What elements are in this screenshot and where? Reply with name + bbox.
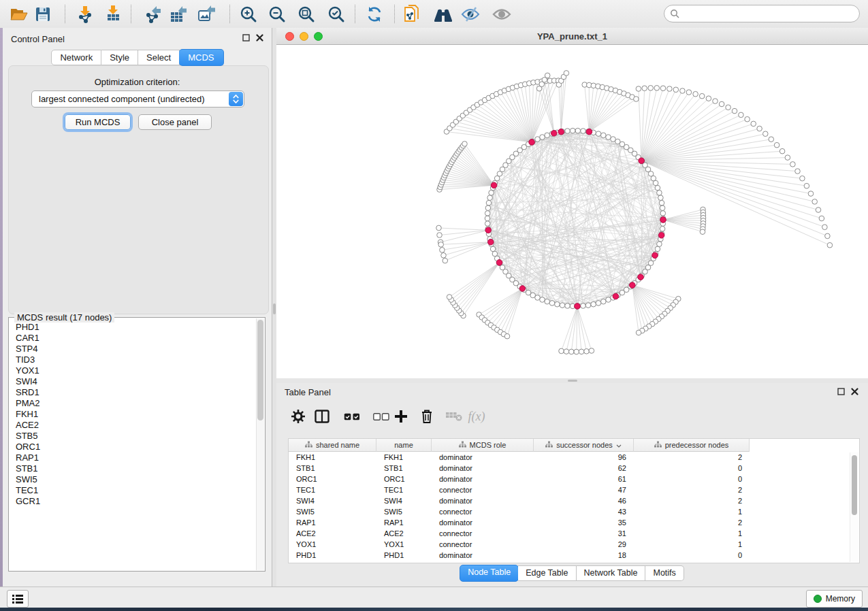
- table-row[interactable]: ACE2ACE2connector311: [289, 528, 859, 539]
- table-row[interactable]: PHD1PHD1dominator180: [289, 550, 859, 561]
- table-row[interactable]: ORC1ORC1dominator610: [289, 474, 859, 484]
- list-item[interactable]: RAP1: [10, 452, 256, 463]
- binoculars-icon[interactable]: [433, 4, 453, 24]
- delete-table-icon[interactable]: [444, 406, 464, 427]
- network-window-title: YPA_prune.txt_1: [276, 31, 868, 42]
- list-item[interactable]: SRD1: [10, 387, 256, 398]
- export-network-icon[interactable]: [143, 4, 163, 24]
- splitter-handle[interactable]: [568, 380, 577, 382]
- table-row[interactable]: RAP1RAP1dominator352: [289, 517, 859, 528]
- duplicate-network-icon[interactable]: [402, 4, 422, 24]
- horizontal-splitter[interactable]: [276, 378, 868, 383]
- list-item[interactable]: ORC1: [10, 442, 256, 452]
- list-icon: [12, 595, 23, 604]
- deselect-all-icon[interactable]: [371, 406, 391, 427]
- search-field: [664, 5, 860, 22]
- delete-column-icon[interactable]: [417, 406, 437, 427]
- save-session-icon[interactable]: [33, 4, 53, 24]
- splitter-handle[interactable]: [273, 303, 276, 314]
- list-item[interactable]: PMA2: [10, 398, 256, 409]
- show-graphics-icon[interactable]: [492, 4, 512, 24]
- list-item[interactable]: PHD1: [10, 322, 256, 333]
- hierarchy-icon: [459, 441, 466, 450]
- table-row[interactable]: TEC1TEC1connector472: [289, 484, 859, 495]
- tab-style[interactable]: Style: [101, 50, 138, 65]
- desktop-wallpaper-strip: [0, 608, 868, 611]
- search-icon: [670, 9, 679, 18]
- export-image-icon[interactable]: [196, 4, 216, 24]
- zoom-selected-icon[interactable]: [326, 4, 347, 24]
- network-graph[interactable]: [276, 45, 868, 378]
- show-panels-button[interactable]: [7, 590, 29, 608]
- table-toolbar: f(x): [276, 403, 868, 431]
- list-item[interactable]: GCR1: [10, 496, 256, 507]
- list-item[interactable]: STP4: [10, 344, 256, 354]
- add-column-icon[interactable]: [391, 406, 411, 427]
- optimization-criterion-select[interactable]: largest connected component (undirected): [31, 90, 244, 108]
- import-network-icon[interactable]: [75, 4, 95, 24]
- list-item[interactable]: YOX1: [10, 365, 256, 376]
- open-session-icon[interactable]: [9, 4, 29, 24]
- column-header-predecessor-nodes[interactable]: predecessor nodes: [634, 439, 750, 452]
- list-item[interactable]: TEC1: [10, 485, 256, 496]
- list-item[interactable]: CAR1: [10, 333, 256, 344]
- table-body: FKH1FKH1dominator962STB1STB1dominator620…: [289, 452, 859, 561]
- zoom-in-icon[interactable]: [238, 4, 259, 24]
- column-header-successor-nodes[interactable]: successor nodes: [534, 439, 634, 452]
- mcds-result-group: MCDS result (17 nodes) PHD1CAR1STP4TID3Y…: [8, 317, 266, 572]
- column-header-MCDS-role[interactable]: MCDS role: [432, 439, 534, 452]
- hide-graphics-icon[interactable]: [460, 4, 481, 24]
- network-canvas[interactable]: [276, 45, 868, 378]
- table-row[interactable]: FKH1FKH1dominator962: [289, 452, 859, 463]
- table-row[interactable]: YOX1YOX1connector291: [289, 539, 859, 550]
- tab-network[interactable]: Network: [51, 50, 101, 65]
- tab-edge-table[interactable]: Edge Table: [518, 565, 576, 581]
- list-item[interactable]: FKH1: [10, 409, 256, 420]
- float-panel-icon[interactable]: [837, 388, 845, 395]
- float-panel-icon[interactable]: [242, 34, 250, 42]
- tab-select[interactable]: Select: [138, 50, 180, 65]
- refresh-layout-icon[interactable]: [364, 4, 385, 24]
- split-columns-icon[interactable]: [312, 406, 332, 427]
- network-window: YPA_prune.txt_1: [276, 28, 868, 378]
- list-item[interactable]: ACE2: [10, 420, 256, 431]
- table-row[interactable]: SWI4SWI4dominator462: [289, 495, 859, 506]
- list-item[interactable]: STB5: [10, 431, 256, 442]
- table-scrollbar[interactable]: [850, 452, 858, 562]
- tab-motifs[interactable]: Motifs: [645, 565, 684, 581]
- tab-network-table[interactable]: Network Table: [577, 565, 646, 581]
- run-mcds-button[interactable]: Run MCDS: [65, 114, 131, 130]
- memory-status-icon: [814, 595, 822, 603]
- select-all-icon[interactable]: [342, 406, 362, 427]
- column-header-shared-name[interactable]: shared name: [289, 439, 376, 452]
- table-row[interactable]: SWI5SWI5connector431: [289, 506, 859, 517]
- control-panel-title: Control Panel: [11, 34, 65, 44]
- zoom-out-icon[interactable]: [267, 4, 287, 24]
- export-table-icon[interactable]: [168, 4, 189, 24]
- close-panel-button[interactable]: Close panel: [138, 114, 212, 130]
- list-item[interactable]: STB1: [10, 463, 256, 474]
- gear-icon[interactable]: [288, 406, 308, 427]
- list-item[interactable]: SWI4: [10, 376, 256, 387]
- list-item[interactable]: TID3: [10, 354, 256, 365]
- control-panel-tabbar: NetworkStyleSelectMCDS: [3, 50, 272, 65]
- network-window-titlebar[interactable]: YPA_prune.txt_1: [276, 28, 868, 45]
- table-panel-title: Table Panel: [285, 387, 331, 397]
- memory-button[interactable]: Memory: [806, 590, 863, 608]
- close-panel-icon[interactable]: [851, 388, 858, 395]
- tab-mcds[interactable]: MCDS: [179, 49, 223, 66]
- search-input[interactable]: [683, 8, 854, 19]
- table-row[interactable]: STB1STB1dominator620: [289, 463, 859, 474]
- node-table[interactable]: shared namenameMCDS rolesuccessor nodesp…: [288, 438, 860, 563]
- import-table-icon[interactable]: [103, 4, 123, 24]
- column-header-name[interactable]: name: [376, 439, 432, 452]
- zoom-fit-icon[interactable]: [296, 4, 317, 24]
- result-list-scrollbar[interactable]: [256, 318, 264, 570]
- list-item[interactable]: SWI5: [10, 474, 256, 485]
- hierarchy-icon: [305, 441, 312, 450]
- mcds-result-title: MCDS result (17 nodes): [14, 312, 114, 323]
- table-panel: Table Panel: [276, 383, 868, 587]
- tab-node-table[interactable]: Node Table: [460, 565, 519, 582]
- close-panel-icon[interactable]: [256, 34, 263, 42]
- sort-descending-icon: [616, 441, 622, 449]
